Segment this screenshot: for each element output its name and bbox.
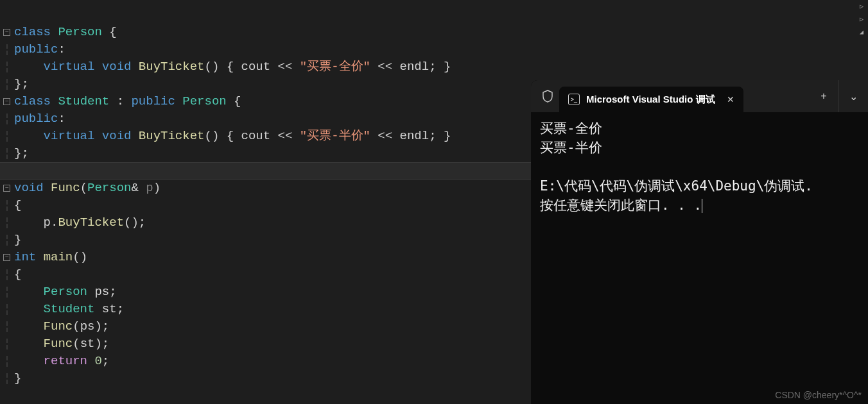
function-name: Func [51, 180, 80, 197]
new-tab-button[interactable]: + [809, 80, 838, 112]
param-name: p [146, 180, 153, 197]
output-line: E:\代码\代码\伪调试\x64\Debug\伪调试. [540, 178, 813, 194]
tab-dropdown-button[interactable]: ⌄ [838, 80, 868, 112]
terminal-icon: >_ [568, 94, 580, 105]
chevron-down-icon: ⌄ [849, 90, 858, 103]
class-name: Person [58, 24, 101, 41]
code-line[interactable]: − class Person { [0, 24, 868, 41]
code-line[interactable]: ¦ virtual void BuyTicket() { cout << "买票… [0, 58, 868, 76]
console-tab[interactable]: >_ Microsoft Visual Studio 调试 ✕ [559, 87, 743, 112]
string-literal: "买票-全价" [300, 58, 370, 76]
console-titlebar[interactable]: >_ Microsoft Visual Studio 调试 ✕ + ⌄ [531, 80, 868, 112]
function-main: main [44, 249, 73, 266]
code-line[interactable]: ¦ public: [0, 41, 868, 58]
debug-console-window[interactable]: >_ Microsoft Visual Studio 调试 ✕ + ⌄ 买票-全… [531, 80, 868, 404]
keyword-return: return [44, 353, 87, 370]
keyword-class: class [14, 24, 51, 41]
watermark: CSDN @cheery*^O^* [775, 390, 862, 400]
cursor [702, 199, 702, 213]
output-line: 买票-全价 [540, 121, 602, 136]
plus-icon: + [820, 90, 826, 102]
keyword-virtual: virtual [44, 58, 95, 76]
tab-title: Microsoft Visual Studio 调试 [586, 94, 715, 106]
console-output[interactable]: 买票-全价 买票-半价 E:\代码\代码\伪调试\x64\Debug\伪调试. … [531, 112, 868, 404]
fold-icon[interactable]: − [3, 98, 10, 105]
fold-icon[interactable]: − [3, 254, 10, 261]
keyword-public: public [14, 41, 58, 58]
output-line: 按任意键关闭此窗口. . . [540, 198, 702, 213]
fold-icon[interactable]: − [3, 185, 10, 192]
fold-icon[interactable]: − [3, 29, 10, 36]
close-tab-button[interactable]: ✕ [727, 94, 734, 105]
shield-icon [536, 90, 559, 103]
output-line: 买票-半价 [540, 140, 602, 155]
method-name: BuyTicket [139, 58, 205, 76]
